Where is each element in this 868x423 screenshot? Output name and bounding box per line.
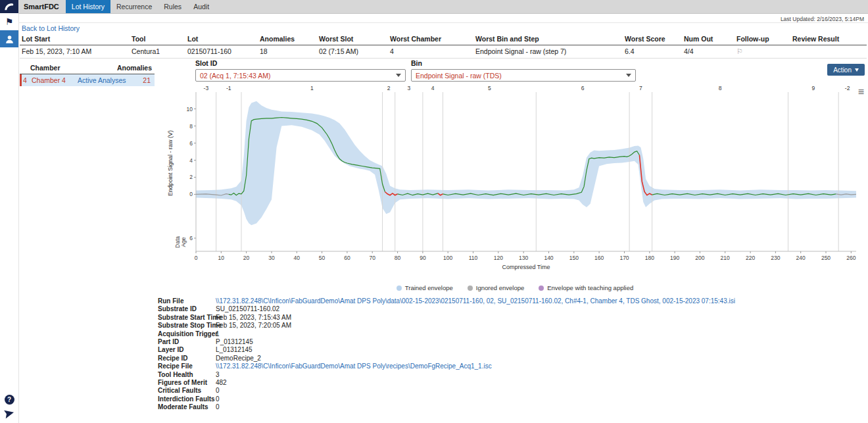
detail-row-layer-id: Layer IDL_01312145 xyxy=(158,346,735,354)
active-analyses-link[interactable]: Active Analyses xyxy=(78,76,142,84)
lot-cell-worst-slot: 02 (7:15 AM) xyxy=(317,45,388,58)
svg-text:230: 230 xyxy=(771,255,780,261)
detail-label: Substrate ID xyxy=(158,305,216,313)
action-button-label: Action xyxy=(833,66,852,74)
chevron-down-icon xyxy=(626,74,631,77)
lot-cell-tool: Centura1 xyxy=(130,45,185,58)
lot-table-row[interactable]: Feb 15, 2023, 7:10 AMCentura102150711-16… xyxy=(20,45,867,59)
detail-value[interactable]: \\172.31.82.248\C\Inficon\FabGuardDemo\A… xyxy=(216,297,735,305)
detail-row-substrate-start-time: Substrate Start TimeFeb 15, 2023, 7:15:4… xyxy=(158,314,735,322)
lot-col-worst-score: Worst Score xyxy=(623,33,682,45)
svg-text:6: 6 xyxy=(581,85,585,91)
svg-text:160: 160 xyxy=(594,255,604,261)
svg-text:120: 120 xyxy=(494,255,503,261)
svg-text:1: 1 xyxy=(310,85,314,91)
detail-label: Run File xyxy=(158,297,216,305)
lot-cell-lot: 02150711-160 xyxy=(185,45,258,58)
svg-text:20: 20 xyxy=(243,255,250,261)
left-rail: ⚑ ? xyxy=(0,0,19,423)
lot-col-worst-slot: Worst Slot xyxy=(317,33,388,45)
bin-control: Bin Endpoint Signal - raw (TDS) xyxy=(411,59,636,82)
tab-recurrence[interactable]: Recurrence xyxy=(110,0,158,13)
tab-audit[interactable]: Audit xyxy=(187,0,215,13)
svg-text:90: 90 xyxy=(420,255,426,261)
chamber-row[interactable]: 4 Chamber 4 Active Analyses 21 xyxy=(20,74,155,86)
slot-id-label: Slot ID xyxy=(195,59,406,67)
detail-value: L_01312145 xyxy=(216,346,253,354)
svg-text:150: 150 xyxy=(569,255,579,261)
lot-table-header: Lot StartToolLotAnomaliesWorst SlotWorst… xyxy=(20,33,867,45)
detail-label: Moderate Faults xyxy=(158,403,216,411)
person-glyph-icon xyxy=(5,34,14,44)
svg-text:-3: -3 xyxy=(204,85,209,91)
svg-text:260: 260 xyxy=(846,255,856,261)
legend-ignored-envelope: Ignored envelope xyxy=(468,284,524,291)
app-title: SmartFDC xyxy=(18,0,66,13)
svg-text:50: 50 xyxy=(319,255,326,261)
slot-id-select[interactable]: 02 (Acq 1, 7:15:43 AM) xyxy=(195,69,406,82)
help-icon[interactable]: ? xyxy=(5,395,14,405)
svg-text:100: 100 xyxy=(443,255,452,261)
send-icon[interactable] xyxy=(3,408,16,420)
detail-label: Layer ID xyxy=(158,346,216,354)
detail-row-recipe-file: Recipe File\\172.31.82.248\C\Inficon\Fab… xyxy=(158,362,735,370)
svg-text:190: 190 xyxy=(670,255,679,261)
user-icon[interactable] xyxy=(0,30,18,47)
slot-id-value: 02 (Acq 1, 7:15:43 AM) xyxy=(200,72,270,80)
lot-cell-worst-chamber: 4 xyxy=(388,45,473,58)
detail-row-part-id: Part IDP_01312145 xyxy=(158,338,735,346)
bin-value: Endpoint Signal - raw (TDS) xyxy=(416,72,502,80)
svg-text:70: 70 xyxy=(369,255,375,261)
action-button[interactable]: Action xyxy=(827,64,865,76)
legend-dot xyxy=(468,286,473,291)
detail-value: DemoRecipe_2 xyxy=(216,355,261,362)
back-to-lot-history-link[interactable]: Back to Lot History xyxy=(22,24,80,32)
detail-row-moderate-faults: Moderate Faults0 xyxy=(158,403,735,411)
svg-text:5: 5 xyxy=(488,85,491,91)
svg-text:40: 40 xyxy=(294,255,301,261)
svg-text:220: 220 xyxy=(746,255,755,261)
svg-text:4: 4 xyxy=(189,157,193,164)
detail-value[interactable]: \\172.31.82.248\C\Inficon\FabGuardDemo\A… xyxy=(216,362,492,370)
svg-text:Endpoint Signal - raw (V): Endpoint Signal - raw (V) xyxy=(167,130,174,196)
detail-value: 1 xyxy=(216,330,220,338)
chevron-down-icon xyxy=(396,74,401,77)
detail-row-recipe-id: Recipe IDDemoRecipe_2 xyxy=(158,355,735,362)
tab-lot-history[interactable]: Lot History xyxy=(66,0,110,13)
follow-up-flag-icon[interactable]: ⚐ xyxy=(736,47,743,55)
detail-label: Interdiction Faults xyxy=(158,395,216,403)
detail-label: Tool Health xyxy=(158,371,216,379)
tab-rules[interactable]: Rules xyxy=(158,0,187,13)
legend-dot xyxy=(397,286,402,291)
chevron-down-icon xyxy=(855,68,859,72)
detail-value: SU_02150711-160.02 xyxy=(216,305,279,313)
lot-summary-table: Lot StartToolLotAnomaliesWorst SlotWorst… xyxy=(20,33,867,59)
svg-text:7: 7 xyxy=(639,85,642,91)
lot-col-review-result: Review Result xyxy=(790,33,867,45)
fabguard-flag-icon[interactable]: ⚑ xyxy=(0,13,18,30)
detail-value: 482 xyxy=(216,379,227,387)
run-details: Run File\\172.31.82.248\C\Inficon\FabGua… xyxy=(158,297,735,412)
tab-bar: Lot HistoryRecurrenceRulesAudit xyxy=(66,0,215,13)
chart-menu-icon[interactable]: ≡ xyxy=(858,88,864,96)
svg-text:250: 250 xyxy=(821,255,831,261)
svg-text:170: 170 xyxy=(619,255,629,261)
lot-col-lot: Lot xyxy=(185,33,258,45)
detail-value: P_01312145 xyxy=(216,338,253,346)
detail-value: 0 xyxy=(216,403,220,411)
rail-bottom: ? xyxy=(0,395,18,419)
svg-text:6: 6 xyxy=(189,140,193,147)
svg-text:2: 2 xyxy=(189,174,193,180)
lot-cell-anomalies: 18 xyxy=(258,45,317,58)
lot-cell-num-out: 4/4 xyxy=(682,45,735,58)
svg-text:6: 6 xyxy=(189,235,193,241)
detail-label: Recipe File xyxy=(158,362,216,370)
detail-value: Feb 15, 2023, 7:15:43 AM xyxy=(216,314,291,322)
detail-label: Substrate Start Time xyxy=(158,314,216,322)
detail-row-critical-faults: Critical Faults0 xyxy=(158,387,735,395)
chamber-name: Chamber 4 xyxy=(32,76,78,84)
detail-row-acquisition-trigger: Acquisition Trigger1 xyxy=(158,330,735,338)
bin-select[interactable]: Endpoint Signal - raw (TDS) xyxy=(411,69,636,82)
detail-row-substrate-stop-time: Substrate Stop TimeFeb 15, 2023, 7:20:05… xyxy=(158,322,735,330)
lot-cell-worst-score: 6.4 xyxy=(623,45,682,58)
